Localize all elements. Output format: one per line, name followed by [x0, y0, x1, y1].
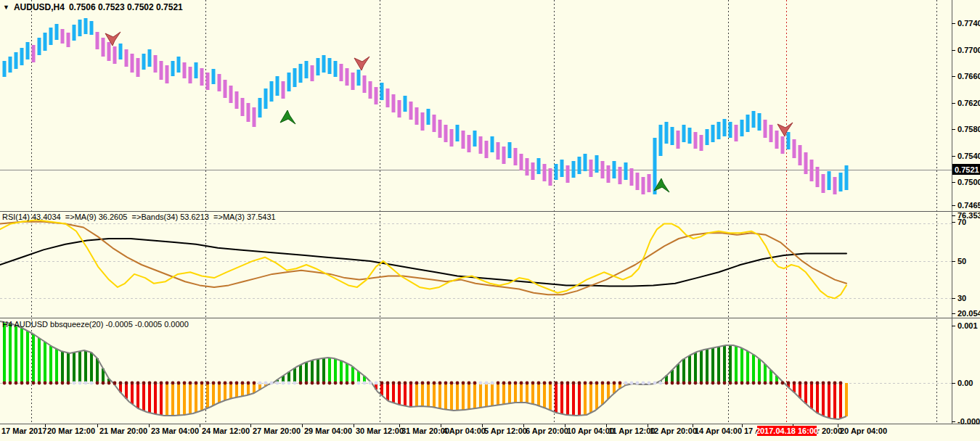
price-bar-down — [700, 135, 703, 151]
squeeze-dot-dark — [607, 382, 611, 385]
squeeze-dot-dark — [351, 382, 355, 385]
squeeze-dot-dark — [299, 382, 303, 385]
price-bar-down — [346, 68, 349, 86]
squeeze-dot-dark — [200, 382, 204, 385]
price-bar-up — [177, 57, 181, 73]
squeeze-bar — [380, 383, 383, 395]
squeeze-dot-dark — [729, 382, 732, 385]
squeeze-bar — [160, 383, 163, 415]
squeeze-bar — [305, 362, 308, 383]
squeeze-dot-dark — [142, 382, 146, 385]
squeeze-dot-dark — [247, 382, 250, 385]
price-bar-down — [96, 32, 99, 49]
time-tick-label: 4 Apr 04:00 — [443, 426, 486, 435]
price-axis-tick-label: 0.7500 — [957, 178, 980, 186]
symbol-dropdown-icon[interactable]: ▼ — [3, 4, 9, 11]
squeeze-dot-dark — [531, 382, 535, 385]
price-bar-up — [578, 157, 581, 174]
price-bar-up — [9, 57, 12, 73]
price-bar-down — [589, 160, 593, 177]
squeeze-dot-light — [357, 382, 361, 385]
squeeze-bar — [398, 383, 401, 405]
squeeze-dot-dark — [415, 382, 419, 385]
price-bar-up — [427, 109, 430, 125]
squeeze-bar — [148, 383, 151, 413]
price-bar-up — [560, 160, 564, 177]
squeeze-dot-dark — [166, 382, 169, 385]
squeeze-bar — [508, 383, 511, 403]
price-bar-down — [677, 131, 680, 149]
price-bar-down — [282, 81, 285, 99]
price-axis-tick-label: 0.7580 — [957, 125, 980, 133]
price-bar-up — [404, 96, 407, 112]
price-bar-down — [351, 73, 355, 90]
price-bar-down — [833, 177, 837, 194]
squeeze-dot-dark — [148, 382, 152, 385]
squeeze-dot-dark — [38, 382, 41, 385]
squeeze-dot-light — [642, 382, 645, 385]
time-tick-label: 21 Mar 20:00 — [99, 426, 147, 435]
price-bar-down — [648, 174, 651, 192]
squeeze-dot-dark — [456, 382, 460, 385]
squeeze-bar — [38, 338, 41, 383]
price-bar-down — [618, 167, 622, 184]
squeeze-bar — [154, 383, 157, 414]
squeeze-bar — [677, 364, 679, 383]
rsi-axis-tick-label: 30 — [957, 294, 966, 302]
squeeze-dot-dark — [328, 382, 332, 385]
price-bar-down — [386, 88, 390, 107]
price-bar-up — [659, 125, 663, 156]
price-bar-down — [131, 54, 134, 73]
squeeze-dot-dark — [49, 382, 53, 385]
price-bar-up — [357, 70, 361, 86]
squeeze-dot-dark — [717, 382, 721, 385]
squeeze-dot-dark — [206, 382, 210, 385]
mt4-chart-window: 0.77400.77000.76600.76200.75800.75400.75… — [0, 0, 980, 441]
squeeze-dot-dark — [839, 382, 843, 385]
squeeze-bar — [810, 383, 813, 408]
price-bar-up — [258, 98, 262, 118]
price-bar-up — [624, 162, 628, 180]
squeeze-dot-dark — [311, 382, 314, 385]
price-bar-down — [67, 33, 70, 47]
squeeze-bar — [822, 383, 825, 416]
squeeze-dot-dark — [833, 382, 837, 385]
squeeze-bar — [531, 383, 534, 404]
squeeze-dot-dark — [346, 382, 349, 385]
price-axis-tick-label: 0.7620 — [957, 99, 980, 107]
squeeze-dot-dark — [566, 382, 570, 385]
price-bar-down — [735, 125, 738, 141]
squeeze-dot-light — [258, 382, 262, 385]
squeeze-bar — [328, 358, 331, 383]
price-bar-up — [328, 58, 332, 74]
squeeze-bar — [723, 345, 726, 383]
squeeze-dot-light — [653, 382, 657, 385]
squeeze-dot-dark — [677, 382, 680, 385]
squeeze-bar — [142, 383, 145, 411]
squeeze-dot-light — [78, 382, 82, 385]
price-bar-up — [73, 25, 76, 41]
squeeze-bar — [26, 331, 29, 383]
squeeze-bar — [311, 360, 314, 383]
price-bar-down — [113, 46, 117, 64]
price-bar-down — [485, 141, 489, 158]
price-bar-up — [752, 111, 756, 128]
squeeze-dot-dark — [671, 382, 674, 385]
price-bar-down — [102, 38, 105, 57]
squeeze-dot-dark — [433, 382, 436, 385]
squeeze-dot-light — [624, 382, 628, 385]
squeeze-bar — [462, 383, 465, 410]
squeeze-bar — [584, 383, 587, 415]
squeeze-bar — [467, 383, 470, 409]
squeeze-dot-dark — [183, 382, 187, 385]
rsi-axis-tick-label: 20.0547 — [957, 309, 980, 318]
price-bar-down — [189, 67, 192, 83]
price-axis-tick-label: 0.7740 — [957, 19, 980, 28]
price-bar-down — [601, 161, 605, 178]
price-bar-down — [363, 75, 367, 93]
squeeze-dot-dark — [746, 382, 750, 385]
squeeze-bar — [479, 383, 482, 408]
price-bar-down — [694, 132, 698, 149]
squeeze-dot-dark — [828, 382, 831, 385]
squeeze-dot-light — [287, 382, 291, 385]
